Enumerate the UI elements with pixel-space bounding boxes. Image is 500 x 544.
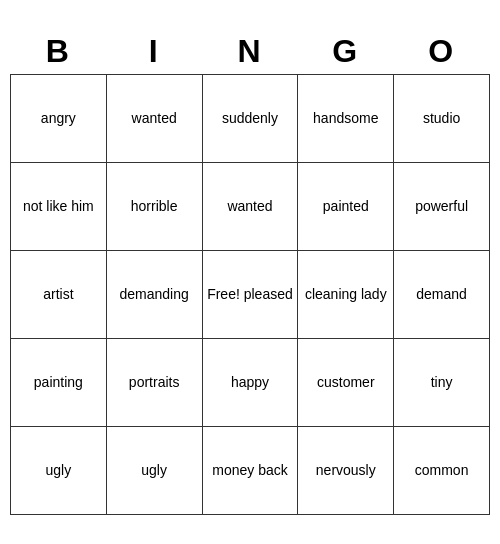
bingo-cell[interactable]: nervously xyxy=(298,427,394,515)
bingo-cell[interactable]: customer xyxy=(298,339,394,427)
bingo-letter: I xyxy=(106,29,202,75)
bingo-letter: G xyxy=(298,29,394,75)
bingo-header: BINGO xyxy=(11,29,490,75)
bingo-cell[interactable]: cleaning lady xyxy=(298,251,394,339)
bingo-letter: O xyxy=(394,29,490,75)
table-row: angrywantedsuddenlyhandsomestudio xyxy=(11,75,490,163)
bingo-cell[interactable]: common xyxy=(394,427,490,515)
bingo-cell[interactable]: demand xyxy=(394,251,490,339)
bingo-cell[interactable]: painting xyxy=(11,339,107,427)
bingo-cell[interactable]: Free! pleased xyxy=(202,251,298,339)
bingo-cell[interactable]: ugly xyxy=(106,427,202,515)
bingo-cell[interactable]: studio xyxy=(394,75,490,163)
bingo-cell[interactable]: artist xyxy=(11,251,107,339)
bingo-cell[interactable]: wanted xyxy=(106,75,202,163)
bingo-letter: B xyxy=(11,29,107,75)
table-row: artistdemandingFree! pleasedcleaning lad… xyxy=(11,251,490,339)
bingo-cell[interactable]: painted xyxy=(298,163,394,251)
bingo-cell[interactable]: happy xyxy=(202,339,298,427)
bingo-cell[interactable]: portraits xyxy=(106,339,202,427)
bingo-cell[interactable]: not like him xyxy=(11,163,107,251)
table-row: paintingportraitshappycustomertiny xyxy=(11,339,490,427)
bingo-card: BINGO angrywantedsuddenlyhandsomestudion… xyxy=(10,29,490,515)
table-row: uglyuglymoney backnervouslycommon xyxy=(11,427,490,515)
bingo-cell[interactable]: angry xyxy=(11,75,107,163)
bingo-cell[interactable]: tiny xyxy=(394,339,490,427)
bingo-cell[interactable]: wanted xyxy=(202,163,298,251)
bingo-cell[interactable]: powerful xyxy=(394,163,490,251)
bingo-cell[interactable]: demanding xyxy=(106,251,202,339)
bingo-cell[interactable]: handsome xyxy=(298,75,394,163)
table-row: not like himhorriblewantedpaintedpowerfu… xyxy=(11,163,490,251)
bingo-cell[interactable]: money back xyxy=(202,427,298,515)
bingo-body: angrywantedsuddenlyhandsomestudionot lik… xyxy=(11,75,490,515)
bingo-letter: N xyxy=(202,29,298,75)
bingo-cell[interactable]: horrible xyxy=(106,163,202,251)
bingo-cell[interactable]: suddenly xyxy=(202,75,298,163)
bingo-cell[interactable]: ugly xyxy=(11,427,107,515)
